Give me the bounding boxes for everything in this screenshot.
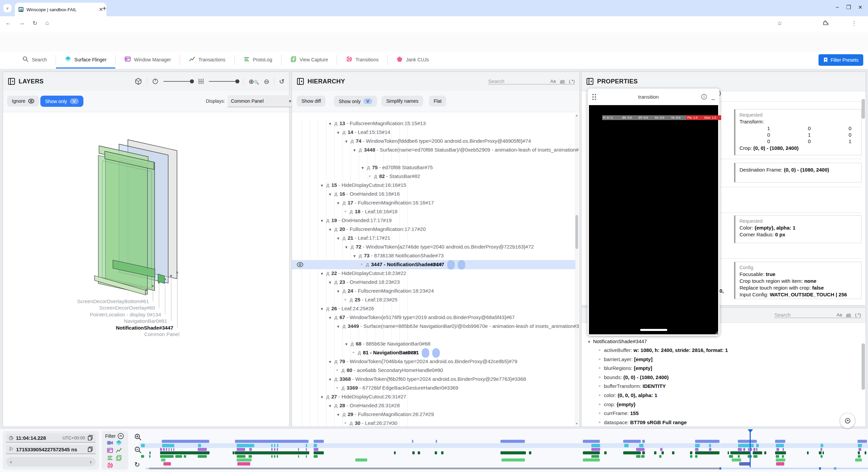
- tree-node-73[interactable]: ▼Д73 - 8736138 NotificationShade#73: [353, 251, 579, 260]
- tree-node-29[interactable]: ▼Д29 - FullscreenMagnification:26:27#29: [336, 410, 579, 419]
- rotation-icon[interactable]: [152, 78, 159, 85]
- trace-segment-transactions[interactable]: [160, 451, 210, 454]
- tree-node-3449[interactable]: ▼Д3449 - Surface(name=885b63e Navigation…: [336, 322, 579, 331]
- trace-segment-transactions[interactable]: [642, 451, 645, 454]
- trace-segment-window-manager[interactable]: [751, 448, 752, 451]
- trace-segment-protolog[interactable]: [149, 455, 151, 458]
- tree-node-20[interactable]: ▼Д20 - FullscreenMagnification:17:17#20: [328, 225, 579, 234]
- trace-segment-window-manager[interactable]: [748, 448, 749, 451]
- trace-segment-transactions[interactable]: [819, 451, 822, 454]
- trace-segment-window-manager[interactable]: [298, 448, 299, 451]
- expander-arrow-icon[interactable]: ▼: [328, 192, 332, 196]
- window-close-button[interactable]: ✕: [858, 4, 863, 11]
- trace-segment-window-manager[interactable]: [271, 448, 273, 451]
- expander-arrow-icon[interactable]: ▼: [328, 280, 332, 284]
- trace-segment-transactions[interactable]: [529, 451, 531, 454]
- trace-segment-surface-flinger[interactable]: [141, 444, 145, 447]
- trace-segment-screen-recording[interactable]: [738, 440, 757, 443]
- eye-icon[interactable]: [297, 262, 303, 267]
- overview-thumb[interactable]: [149, 468, 719, 469]
- trace-segment-transactions[interactable]: [775, 451, 786, 454]
- details-scrollbar-thumb[interactable]: [862, 343, 865, 390]
- trace-segment-transactions[interactable]: [435, 451, 437, 454]
- trace-segment-transactions[interactable]: [441, 451, 443, 454]
- trace-segment-surface-flinger[interactable]: [277, 444, 278, 447]
- tree-node-3368[interactable]: ▼Д3368 - WindowToken{f6b2f60 type=2024 a…: [328, 375, 579, 384]
- expander-arrow-icon[interactable]: ▼: [328, 377, 332, 381]
- trace-segment-window-manager[interactable]: [743, 448, 745, 451]
- ignore-chip[interactable]: Ignore: [7, 96, 39, 106]
- tab-search[interactable]: Search: [14, 52, 56, 68]
- expander-arrow-icon[interactable]: ▼: [336, 413, 340, 417]
- spacing-slider[interactable]: [209, 81, 239, 82]
- expander-arrow-icon[interactable]: ▼: [328, 316, 332, 320]
- tree-node-72[interactable]: ▼Д72 - WindowToken{a2746de type=2040 and…: [344, 242, 579, 252]
- layer-label[interactable]: Common Panel: [37, 331, 179, 337]
- trace-segment-screen-recording[interactable]: [695, 440, 719, 443]
- tree-node-75[interactable]: ▼Д75 - ed70f88 StatusBar#75: [361, 163, 579, 172]
- expander-arrow-icon[interactable]: ▼: [320, 219, 324, 223]
- trace-segment-transactions[interactable]: [654, 451, 656, 454]
- tree-node-26[interactable]: ▼Д26 - Leaf:24:25#26: [320, 304, 579, 313]
- trace-segment-protolog[interactable]: [636, 455, 640, 458]
- trace-segment-screen-recording[interactable]: [623, 440, 641, 443]
- trace-segment-transactions[interactable]: [233, 451, 234, 454]
- trace-segment-transactions[interactable]: [314, 451, 324, 454]
- tab-jank-cujs[interactable]: Jank CUJs: [388, 52, 438, 68]
- trace-segment-view-capture[interactable]: [855, 458, 862, 461]
- property-item[interactable]: bounds: (0, 0) - (1080, 2400): [599, 374, 669, 380]
- info-icon[interactable]: [701, 94, 707, 100]
- trace-segment-window-manager[interactable]: [237, 448, 245, 451]
- expander-arrow-icon[interactable]: ▼: [320, 183, 324, 188]
- tab-surface-flinger[interactable]: Surface Flinger: [56, 52, 115, 68]
- trace-segment-window-manager[interactable]: [160, 448, 162, 451]
- trace-segment-protolog[interactable]: [277, 455, 278, 458]
- tree-node-15[interactable]: ▼Д15 - HideDisplayCutout:16:16#15: [320, 181, 579, 190]
- filter-transitions-icon[interactable]: [106, 462, 114, 468]
- trace-segment-view-capture[interactable]: [161, 458, 165, 461]
- tree-node-30[interactable]: Д30 - Leaf:26:27#30: [344, 419, 579, 427]
- next-frame-icon[interactable]: ›: [90, 459, 92, 465]
- property-item[interactable]: bufferTransform: IDENTITY: [599, 383, 666, 389]
- tree-node-80[interactable]: Д80 - ace6abb SecondaryHomeHandle0#80: [336, 366, 579, 375]
- property-item[interactable]: activeBuffer: w: 1080, h: 2400, stride: …: [599, 347, 728, 353]
- trace-segment-view-capture[interactable]: [237, 458, 252, 461]
- trace-segment-view-capture[interactable]: [776, 458, 785, 461]
- trace-segment-jank-cujs[interactable]: [776, 462, 784, 466]
- window-minimize-button[interactable]: –: [836, 4, 839, 10]
- trace-segment-window-manager[interactable]: [249, 448, 252, 451]
- scroll-to-top-button[interactable]: [840, 413, 855, 428]
- trace-segment-window-manager[interactable]: [277, 448, 278, 451]
- trace-segment-protolog[interactable]: [314, 455, 318, 458]
- zoom-in-icon[interactable]: ⊕🔍: [249, 78, 259, 85]
- filter-screen-recording-icon[interactable]: [106, 440, 114, 446]
- trace-segment-surface-flinger[interactable]: [306, 444, 307, 447]
- trace-segment-surface-flinger[interactable]: [591, 444, 600, 447]
- expander-arrow-icon[interactable]: ▼: [336, 324, 340, 329]
- tab-search-chevron-icon[interactable]: v: [3, 4, 12, 12]
- trace-segment-window-manager[interactable]: [660, 448, 663, 451]
- filter-surface-flinger-icon[interactable]: [115, 440, 122, 446]
- trace-segment-protolog[interactable]: [184, 455, 186, 458]
- collapse-filter-icon[interactable]: [118, 433, 124, 439]
- tree-node-68[interactable]: ▼Д68 - 885b63e NavigationBar0#68: [344, 339, 579, 349]
- timeline-cursor[interactable]: [750, 430, 751, 467]
- browser-tab[interactable]: Winscope | sandbox-FAIL ✕: [15, 3, 106, 16]
- trace-segment-transactions[interactable]: [418, 451, 420, 454]
- regex-icon[interactable]: (.*): [569, 79, 575, 84]
- trace-segment-window-manager[interactable]: [306, 448, 307, 451]
- trace-segment-window-manager[interactable]: [173, 448, 174, 451]
- expander-arrow-icon[interactable]: ▼: [344, 245, 348, 249]
- tab-protolog[interactable]: ProtoLog: [235, 52, 281, 68]
- trace-segment-transitions[interactable]: [739, 462, 751, 466]
- trace-segment-window-manager[interactable]: [756, 448, 757, 451]
- trace-segment-window-manager[interactable]: [859, 448, 861, 451]
- expander-arrow-icon[interactable]: ▼: [336, 201, 340, 205]
- show-only-v-chip[interactable]: Show only V: [40, 96, 83, 107]
- filter-window-manager-icon[interactable]: [106, 447, 114, 453]
- tree-node-13[interactable]: ▼Д13 - FullscreenMagnification:15:15#13: [328, 119, 579, 128]
- property-item[interactable]: currFrame: 155: [599, 410, 639, 416]
- trace-segment-transactions[interactable]: [662, 451, 664, 454]
- trace-segment-window-manager[interactable]: [198, 448, 207, 451]
- trace-segment-protolog[interactable]: [858, 455, 861, 458]
